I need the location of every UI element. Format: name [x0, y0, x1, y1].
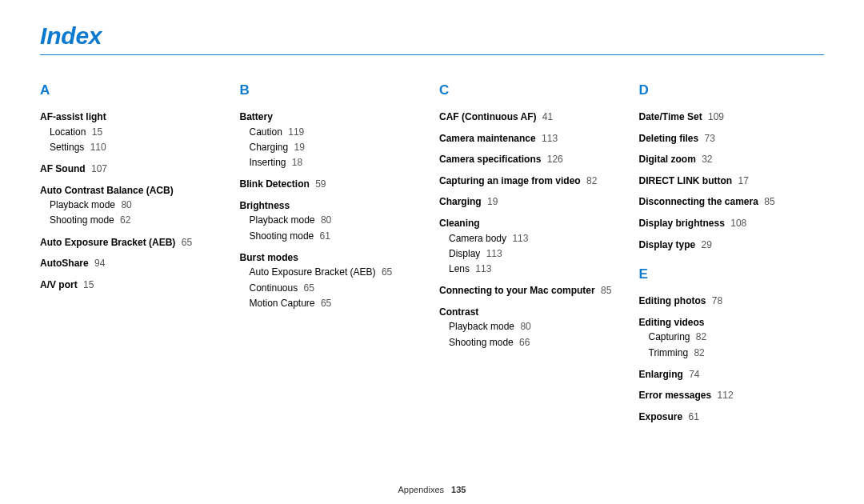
entry-label: Camera specifications	[439, 154, 541, 165]
entry-page: 32	[699, 154, 713, 165]
sub-label: Lens	[449, 263, 470, 274]
sub-label: Display	[449, 248, 480, 259]
sub-entries: Camera body 113Display 113Lens 113	[449, 231, 625, 278]
entry-label: Connecting to your Mac computer	[439, 285, 595, 296]
entry-label: Display type	[639, 239, 696, 250]
sub-page: 80	[118, 199, 132, 210]
index-entry: Connecting to your Mac computer 85	[439, 283, 625, 298]
index-entry: Error messages 112	[639, 388, 825, 403]
sub-label: Continuous	[250, 282, 298, 294]
entry-page: 112	[714, 390, 733, 401]
index-sub-entry: Trimming 82	[649, 346, 825, 361]
sub-label: Shooting mode	[50, 214, 114, 226]
entry-label: Capturing an image from video	[439, 175, 581, 186]
index-entry: Display brightness 108	[639, 216, 825, 231]
section-letter: C	[439, 82, 625, 98]
entry-page: 41	[540, 111, 554, 122]
sub-entries: Capturing 82Trimming 82	[649, 330, 825, 360]
index-entry: A/V port 15	[40, 278, 226, 293]
entry-page: 29	[698, 239, 712, 250]
index-sub-entry: Caution 119	[250, 125, 426, 140]
sub-label: Motion Capture	[250, 298, 315, 309]
index-entry: Camera maintenance 113	[439, 131, 625, 146]
index-entry: Enlarging 74	[639, 367, 825, 382]
entry-label: AutoShare	[40, 258, 89, 269]
entry-page: 85	[762, 196, 775, 207]
entry-label: Date/Time Set	[639, 111, 702, 122]
sub-entries: Auto Exposure Bracket (AEB) 65Continuous…	[250, 265, 426, 311]
sub-page: 82	[694, 331, 707, 342]
index-sub-entry: Lens 113	[449, 262, 625, 277]
footer-section: Appendixes	[398, 485, 445, 494]
entry-page: 107	[89, 163, 107, 174]
sub-label: Trimming	[649, 347, 689, 358]
index-sub-entry: Shooting mode 66	[449, 335, 625, 350]
section-letter: B	[240, 82, 426, 98]
sub-entries: Playback mode 80Shooting mode 61	[250, 213, 426, 243]
sub-page: 65	[301, 282, 314, 294]
sub-label: Playback mode	[449, 321, 514, 332]
sub-entries: Playback mode 80Shooting mode 66	[449, 319, 625, 350]
entry-label: Editing videos	[639, 317, 705, 328]
index-entry: AF Sound 107	[40, 162, 226, 177]
entry-page: 94	[92, 258, 106, 269]
index-sub-entry: Display 113	[449, 246, 625, 262]
index-entry: Charging 19	[439, 194, 625, 210]
sub-label: Auto Exposure Bracket (AEB)	[250, 266, 376, 278]
index-entry: Editing photos 78	[639, 294, 825, 309]
index-sub-entry: Continuous 65	[250, 281, 426, 296]
index-entry: Camera specifications 126	[439, 152, 625, 167]
entry-label: Digital zoom	[639, 154, 696, 165]
sub-label: Charging	[250, 142, 289, 153]
index-entry: Contrast	[439, 305, 625, 320]
entry-label: CAF (Continuous AF)	[439, 111, 537, 122]
index-entry: Auto Contrast Balance (ACB)	[40, 183, 226, 198]
entry-label: AF Sound	[40, 163, 86, 174]
entry-page: 74	[686, 369, 700, 380]
sub-label: Shooting mode	[449, 337, 514, 348]
index-sub-entry: Playback mode 80	[50, 198, 226, 213]
sub-page: 119	[286, 126, 304, 138]
entry-label: Camera maintenance	[439, 133, 536, 144]
sub-page: 110	[87, 142, 106, 153]
index-entry: Date/Time Set 109	[639, 110, 825, 125]
sub-page: 61	[317, 230, 330, 242]
index-entry: Exposure 61	[639, 410, 825, 425]
entry-label: Auto Contrast Balance (ACB)	[40, 185, 174, 196]
index-sub-entry: Playback mode 80	[250, 213, 426, 228]
entry-label: Burst modes	[240, 252, 298, 263]
entry-label: Deleting files	[639, 133, 699, 144]
entry-label: Editing photos	[639, 295, 706, 306]
sub-entries: Location 15Settings 110	[50, 125, 226, 155]
sub-label: Settings	[50, 142, 84, 153]
index-entry: Display type 29	[639, 238, 825, 253]
sub-entries: Playback mode 80Shooting mode 62	[50, 198, 226, 228]
index-sub-entry: Shooting mode 62	[50, 213, 226, 228]
index-entry: Digital zoom 32	[639, 152, 825, 167]
entry-label: Blink Detection	[240, 178, 310, 190]
index-entry: Auto Exposure Bracket (AEB) 65	[40, 235, 226, 250]
sub-label: Inserting	[250, 157, 286, 168]
sub-label: Caution	[250, 126, 282, 138]
entry-label: A/V port	[40, 279, 78, 290]
index-sub-entry: Shooting mode 61	[250, 229, 426, 244]
index-column: CCAF (Continuous AF) 41Camera maintenanc…	[439, 82, 625, 431]
entry-page: 85	[598, 285, 612, 296]
index-entry: Editing videos	[639, 315, 825, 330]
entry-label: Enlarging	[639, 369, 683, 380]
entry-page: 59	[313, 178, 326, 190]
sub-page: 113	[473, 263, 491, 274]
index-entry: Deleting files 73	[639, 131, 825, 146]
entry-label: Display brightness	[639, 218, 725, 229]
index-sub-entry: Capturing 82	[649, 330, 825, 345]
entry-label: Disconnecting the camera	[639, 196, 758, 207]
index-sub-entry: Camera body 113	[449, 231, 625, 246]
entry-page: 65	[178, 237, 192, 248]
entry-label: DIRECT LINK button	[639, 175, 733, 186]
sub-label: Camera body	[449, 233, 506, 244]
index-entry: Battery	[240, 110, 426, 125]
entry-page: 73	[702, 133, 715, 144]
entry-label: Cleaning	[439, 218, 480, 229]
index-entry: Disconnecting the camera 85	[639, 194, 825, 210]
entry-page: 109	[706, 111, 724, 122]
